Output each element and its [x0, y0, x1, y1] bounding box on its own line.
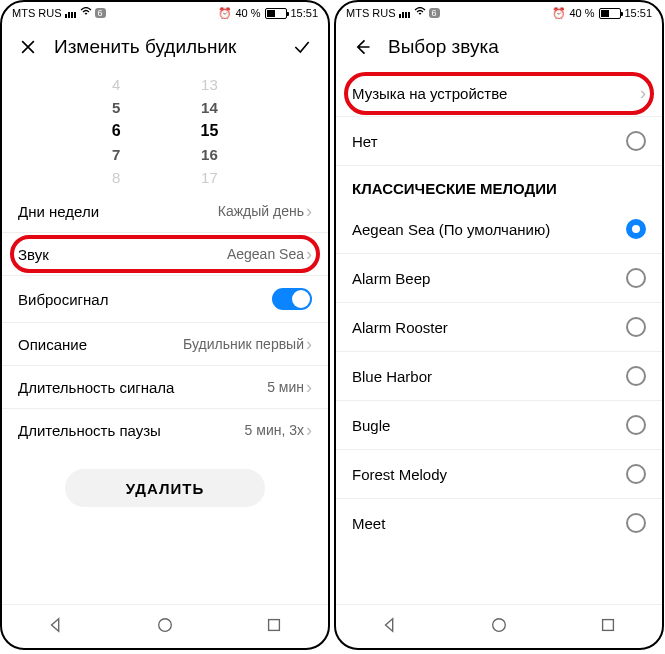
row-sound[interactable]: Звук Aegean Sea› [2, 233, 328, 276]
signal-icon [65, 8, 77, 18]
chevron-right-icon: › [306, 378, 312, 396]
battery-pct: 40 % [569, 7, 594, 19]
days-value: Каждый день [218, 203, 304, 219]
svg-point-0 [159, 618, 172, 631]
header: Выбор звука [336, 24, 662, 70]
delete-button[interactable]: УДАЛИТЬ [65, 469, 265, 507]
radio-off[interactable] [626, 415, 646, 435]
clock-time: 15:51 [624, 7, 652, 19]
alarm-icon: ⏰ [218, 7, 232, 20]
battery-icon [263, 8, 287, 19]
pause-len-label: Длительность паузы [18, 422, 161, 439]
chevron-right-icon: › [640, 84, 646, 102]
battery-icon [597, 8, 621, 19]
alarm-icon: ⏰ [552, 7, 566, 20]
section-classic: КЛАССИЧЕСКИЕ МЕЛОДИИ [336, 166, 662, 205]
nav-back-icon[interactable] [381, 616, 399, 638]
notif-badge: 6 [429, 8, 440, 18]
page-title: Изменить будильник [54, 36, 276, 58]
radio-off[interactable] [626, 268, 646, 288]
carrier-label: MTS RUS [12, 7, 62, 19]
option-blue-harbor[interactable]: Blue Harbor [336, 352, 662, 401]
wifi-icon [414, 7, 426, 19]
radio-off[interactable] [626, 317, 646, 337]
option-meet[interactable]: Meet [336, 499, 662, 547]
option-alarm-rooster[interactable]: Alarm Rooster [336, 303, 662, 352]
confirm-icon[interactable] [290, 35, 314, 59]
svg-rect-3 [602, 619, 613, 630]
none-label: Нет [352, 133, 378, 150]
close-icon[interactable] [16, 35, 40, 59]
status-bar: MTS RUS 6 ⏰ 40 % 15:51 [336, 2, 662, 24]
radio-on[interactable] [626, 219, 646, 239]
radio-off[interactable] [626, 513, 646, 533]
row-vibro[interactable]: Вибросигнал [2, 276, 328, 323]
hour-column[interactable]: 4 5 6 7 8 [112, 76, 121, 186]
chevron-right-icon: › [306, 202, 312, 220]
option-alarm-beep[interactable]: Alarm Beep [336, 254, 662, 303]
signal-len-value: 5 мин [267, 379, 304, 395]
phone-left: MTS RUS 6 ⏰ 40 % 15:51 Изменить будильни… [0, 0, 330, 650]
page-title: Выбор звука [388, 36, 648, 58]
desc-value: Будильник первый [183, 336, 304, 352]
row-pause-length[interactable]: Длительность паузы 5 мин, 3x› [2, 409, 328, 451]
back-icon[interactable] [350, 35, 374, 59]
radio-off[interactable] [626, 131, 646, 151]
row-days[interactable]: Дни недели Каждый день› [2, 190, 328, 233]
option-forest-melody[interactable]: Forest Melody [336, 450, 662, 499]
minute-column[interactable]: 13 14 15 16 17 [201, 76, 219, 186]
radio-off[interactable] [626, 464, 646, 484]
clock-time: 15:51 [290, 7, 318, 19]
header: Изменить будильник [2, 24, 328, 70]
option-bugle[interactable]: Bugle [336, 401, 662, 450]
nav-home-icon[interactable] [156, 616, 174, 638]
nav-back-icon[interactable] [47, 616, 65, 638]
svg-point-2 [493, 618, 506, 631]
chevron-right-icon: › [306, 421, 312, 439]
row-signal-length[interactable]: Длительность сигнала 5 мин› [2, 366, 328, 409]
sound-label: Звук [18, 246, 49, 263]
option-aegean-sea[interactable]: Aegean Sea (По умолчанию) [336, 205, 662, 254]
carrier-label: MTS RUS [346, 7, 396, 19]
nav-bar [2, 604, 328, 648]
nav-home-icon[interactable] [490, 616, 508, 638]
time-picker[interactable]: 4 5 6 7 8 13 14 15 16 17 [2, 70, 328, 190]
row-none[interactable]: Нет [336, 117, 662, 166]
radio-off[interactable] [626, 366, 646, 386]
pause-len-value: 5 мин, 3x [245, 422, 304, 438]
sound-value: Aegean Sea [227, 246, 304, 262]
row-description[interactable]: Описание Будильник первый› [2, 323, 328, 366]
days-label: Дни недели [18, 203, 99, 220]
vibro-toggle[interactable] [272, 288, 312, 310]
nav-recent-icon[interactable] [599, 616, 617, 638]
status-bar: MTS RUS 6 ⏰ 40 % 15:51 [2, 2, 328, 24]
chevron-right-icon: › [306, 245, 312, 263]
svg-rect-1 [268, 619, 279, 630]
vibro-label: Вибросигнал [18, 291, 108, 308]
wifi-icon [80, 7, 92, 19]
desc-label: Описание [18, 336, 87, 353]
music-label: Музыка на устройстве [352, 85, 507, 102]
chevron-right-icon: › [306, 335, 312, 353]
row-music-on-device[interactable]: Музыка на устройстве › [336, 70, 662, 117]
signal-icon [399, 8, 411, 18]
phone-right: MTS RUS 6 ⏰ 40 % 15:51 Выбор звука Музык… [334, 0, 664, 650]
battery-pct: 40 % [235, 7, 260, 19]
nav-bar [336, 604, 662, 648]
signal-len-label: Длительность сигнала [18, 379, 174, 396]
notif-badge: 6 [95, 8, 106, 18]
nav-recent-icon[interactable] [265, 616, 283, 638]
